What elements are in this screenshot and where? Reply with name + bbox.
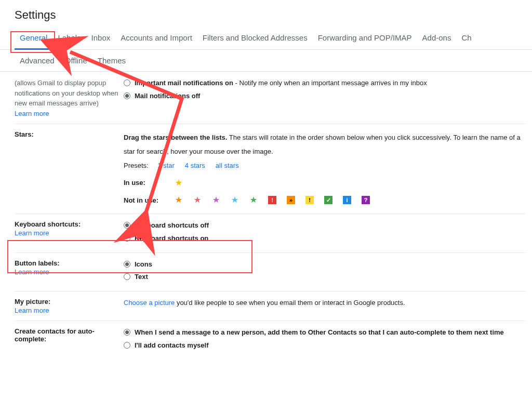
picture-desc: you'd like people to see when you email …	[175, 299, 405, 307]
tab-accounts[interactable]: Accounts and Import	[115, 27, 197, 49]
star-icon-yellow[interactable]	[175, 179, 183, 187]
radio-auto-contacts[interactable]	[124, 329, 130, 336]
learn-more-link[interactable]: Learn more	[15, 268, 49, 276]
radio-shortcuts-off[interactable]	[124, 222, 130, 229]
radio-mail-off[interactable]	[124, 92, 130, 99]
learn-more-link[interactable]: Learn more	[15, 110, 49, 117]
radio-manual-contacts[interactable]	[124, 342, 130, 349]
star-icon-orange[interactable]	[175, 196, 183, 204]
stars-label: Stars:	[15, 130, 34, 138]
learn-more-link[interactable]: Learn more	[15, 307, 49, 314]
tab-themes[interactable]: Themes	[92, 50, 131, 71]
row-notifications: (allows Gmail to display popup notificat…	[15, 72, 526, 124]
radio-label-mail-off: Mail notifications off	[135, 91, 200, 102]
radio-label-manual-contacts: I'll add contacts myself	[135, 340, 209, 351]
star-icon-red[interactable]	[193, 196, 202, 204]
square-icon-green[interactable]: ✓	[324, 196, 332, 204]
stars-in-use: In use:	[124, 176, 526, 190]
radio-important-on[interactable]	[124, 79, 130, 86]
radio-shortcuts-on[interactable]	[124, 235, 130, 242]
tab-more[interactable]: Ch	[456, 27, 476, 49]
row-button-labels: Button labels: Learn more Icons Text	[15, 253, 526, 292]
row-my-picture: My picture: Learn more Choose a picture …	[15, 291, 526, 321]
row-keyboard-shortcuts: Keyboard shortcuts: Learn more Keyboard …	[15, 214, 526, 253]
preset-4stars[interactable]: 4 stars	[185, 158, 205, 172]
notifications-desc: (allows Gmail to display popup notificat…	[15, 79, 118, 107]
square-icon-orange[interactable]: »	[287, 196, 295, 204]
radio-label-auto-contacts: When I send a message to a new person, a…	[135, 327, 504, 338]
radio-text[interactable]	[124, 273, 130, 280]
square-icon-blue[interactable]: i	[343, 196, 351, 204]
square-icon-red[interactable]: !	[268, 196, 276, 204]
row-stars: Stars: Drag the stars between the lists.…	[15, 124, 526, 214]
preset-allstars[interactable]: all stars	[216, 158, 239, 172]
star-icon-green[interactable]	[249, 196, 258, 204]
page-title: Settings	[15, 8, 517, 22]
radio-label-icons: Icons	[135, 259, 152, 270]
tab-addons[interactable]: Add-ons	[417, 27, 457, 49]
preset-1star[interactable]: 1 star	[157, 158, 175, 172]
tab-forwarding[interactable]: Forwarding and POP/IMAP	[313, 27, 417, 49]
settings-header: Settings	[0, 0, 532, 27]
radio-label-important-on: Important mail notifications on - Notify…	[135, 78, 427, 89]
row-create-contacts: Create contacts for auto-complete: When …	[15, 321, 526, 360]
picture-label: My picture:	[15, 298, 50, 305]
tabs-row-1: General Labels Inbox Accounts and Import…	[0, 27, 532, 50]
tab-labels[interactable]: Labels	[52, 27, 86, 49]
radio-label-shortcuts-off: Keyboard shortcuts off	[135, 220, 209, 231]
choose-picture-link[interactable]: Choose a picture	[124, 299, 175, 307]
contacts-label: Create contacts for auto-complete:	[15, 327, 95, 343]
tab-inbox[interactable]: Inbox	[86, 27, 116, 49]
buttonlabels-label: Button labels:	[15, 259, 60, 267]
radio-label-text: Text	[135, 272, 148, 283]
tab-general[interactable]: General	[15, 27, 52, 50]
keyboard-label: Keyboard shortcuts:	[15, 220, 81, 228]
tabs-row-2: Advanced Offline Themes	[0, 50, 532, 72]
stars-presets: Presets: 1 star 4 stars all stars	[124, 158, 526, 172]
tab-offline[interactable]: Offline	[60, 50, 92, 71]
star-icon-blue[interactable]	[231, 196, 239, 204]
radio-icons[interactable]	[124, 261, 130, 268]
settings-content: (allows Gmail to display popup notificat…	[0, 72, 532, 360]
stars-not-in-use: Not in use: ! » ! ✓ i ?	[124, 193, 526, 207]
radio-label-shortcuts-on: Keyboard shortcuts on	[135, 233, 208, 244]
tab-advanced[interactable]: Advanced	[15, 50, 60, 71]
square-icon-yellow[interactable]: !	[305, 196, 314, 204]
square-icon-purple[interactable]: ?	[362, 196, 370, 204]
learn-more-link[interactable]: Learn more	[15, 229, 49, 237]
tab-filters[interactable]: Filters and Blocked Addresses	[197, 27, 313, 49]
stars-description: Drag the stars between the lists. The st…	[124, 130, 526, 159]
star-icon-purple[interactable]	[212, 196, 220, 204]
